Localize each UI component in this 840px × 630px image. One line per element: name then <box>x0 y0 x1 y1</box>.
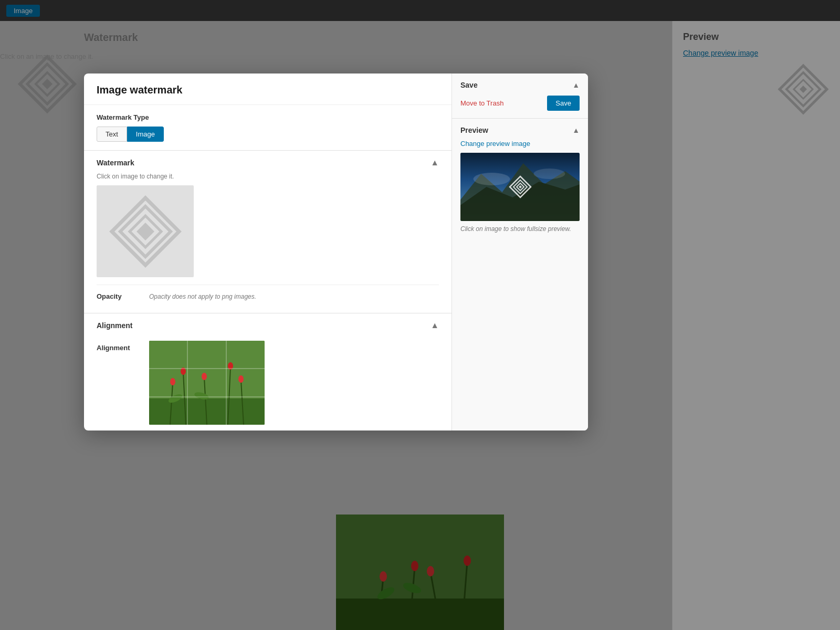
image-watermark-modal: Image watermark Watermark Type Text Imag… <box>84 74 588 430</box>
preview-hint: Click on image to show fullsize preview. <box>460 225 580 233</box>
alignment-grid[interactable] <box>149 341 265 425</box>
preview-section-title: Preview <box>460 126 488 134</box>
save-button[interactable]: Save <box>547 96 580 111</box>
preview-section-header: Preview ▲ <box>460 126 580 134</box>
alignment-section-header: Alignment ▲ <box>97 313 439 335</box>
save-section: Save ▲ Move to Trash Save <box>452 74 588 119</box>
watermark-type-label: Watermark Type <box>97 113 439 121</box>
text-type-button[interactable]: Text <box>97 127 127 142</box>
image-type-button[interactable]: Image <box>127 127 164 142</box>
modal-title: Image watermark <box>97 84 439 96</box>
type-button-group: Text Image <box>97 127 439 142</box>
opacity-label: Opacity <box>97 292 139 300</box>
watermark-image-picker[interactable] <box>97 185 194 277</box>
watermark-section-header: Watermark ▲ <box>97 151 439 173</box>
alignment-collapse-icon[interactable]: ▲ <box>430 321 439 330</box>
svg-point-45 <box>474 173 510 185</box>
preview-watermark-icon <box>509 175 532 198</box>
modal-left-panel: Image watermark Watermark Type Text Imag… <box>84 74 452 430</box>
svg-point-35 <box>238 375 244 383</box>
watermark-section: Watermark ▲ Click on image to change it.… <box>84 150 452 313</box>
save-section-header: Save ▲ <box>460 81 580 89</box>
svg-marker-23 <box>136 223 154 240</box>
modal-header: Image watermark <box>84 74 452 105</box>
alignment-row: Alignment <box>97 335 439 425</box>
preview-collapse-icon[interactable]: ▲ <box>572 126 580 134</box>
preview-section: Preview ▲ Change preview image <box>452 119 588 240</box>
alignment-grid-image <box>149 341 265 425</box>
svg-point-46 <box>534 169 565 179</box>
watermark-section-title: Watermark <box>97 159 134 167</box>
alignment-label: Alignment <box>97 341 139 352</box>
save-actions: Move to Trash Save <box>460 96 580 111</box>
move-to-trash-link[interactable]: Move to Trash <box>460 99 503 107</box>
preview-image[interactable] <box>460 153 580 221</box>
watermark-collapse-icon[interactable]: ▲ <box>430 158 439 167</box>
svg-point-33 <box>202 373 207 380</box>
save-section-title: Save <box>460 81 478 89</box>
opacity-note: Opacity does not apply to png images. <box>149 293 256 300</box>
svg-point-31 <box>170 378 175 385</box>
modal-right-panel: Save ▲ Move to Trash Save Preview ▲ Chan… <box>452 74 588 430</box>
opacity-row: Opacity Opacity does not apply to png im… <box>97 285 439 302</box>
watermark-click-hint: Click on image to change it. <box>97 173 439 180</box>
watermark-type-section: Watermark Type Text Image <box>84 105 452 150</box>
svg-marker-50 <box>519 185 522 188</box>
alignment-section-title: Alignment <box>97 321 132 330</box>
save-collapse-icon[interactable]: ▲ <box>572 81 580 89</box>
alignment-section: Alignment ▲ Alignment <box>84 313 452 430</box>
change-preview-link[interactable]: Change preview image <box>460 140 580 148</box>
